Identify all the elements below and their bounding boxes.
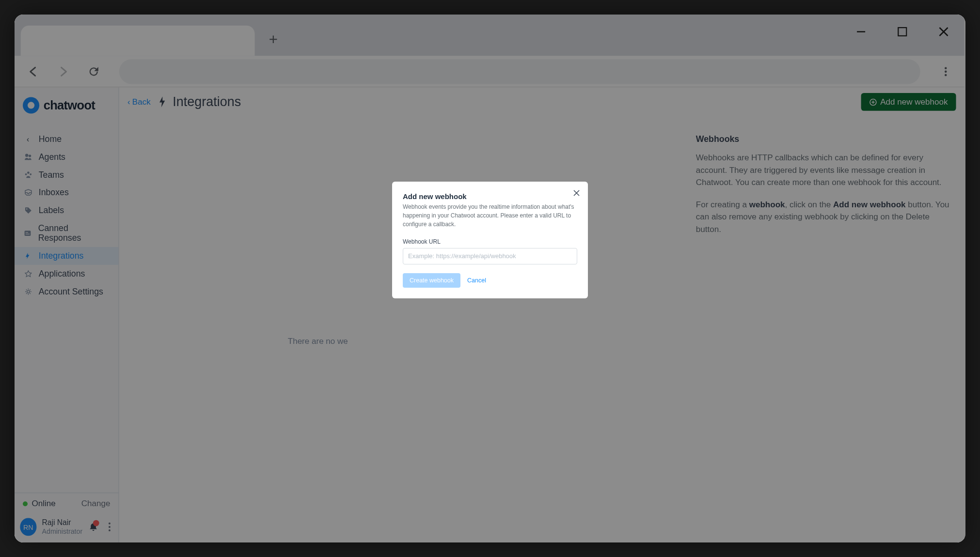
modal-title: Add new webhook <box>403 192 577 201</box>
modal-close-button[interactable] <box>570 187 582 199</box>
create-webhook-button[interactable]: Create webhook <box>403 273 460 288</box>
cancel-button[interactable]: Cancel <box>467 277 486 284</box>
webhook-url-label: Webhook URL <box>403 238 577 245</box>
modal-description: Webhook events provide you the realtime … <box>403 202 577 229</box>
webhook-url-input[interactable] <box>403 248 577 264</box>
add-webhook-modal: Add new webhook Webhook events provide y… <box>392 182 588 298</box>
modal-overlay[interactable]: Add new webhook Webhook events provide y… <box>15 15 965 542</box>
